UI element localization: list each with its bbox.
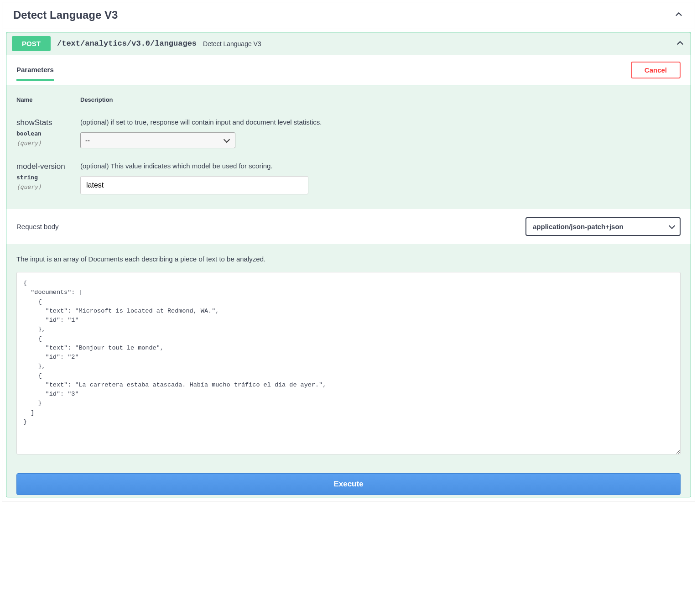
showstats-select[interactable]: -- [80, 132, 235, 148]
http-method-badge: POST [12, 36, 51, 51]
request-body-label: Request body [16, 223, 525, 230]
param-location: (query) [16, 140, 80, 146]
model-version-input[interactable] [80, 176, 308, 194]
param-location: (query) [16, 183, 80, 190]
param-name: showStats [16, 118, 80, 127]
api-section: Detect Language V3 POST /text/analytics/… [2, 2, 695, 501]
section-title: Detect Language V3 [13, 9, 674, 21]
endpoint-collapse-icon[interactable] [675, 38, 685, 50]
parameters-body: Name Description showStats boolean (quer… [6, 85, 691, 209]
param-description: (optional) if set to true, response will… [80, 118, 681, 126]
param-type: boolean [16, 130, 80, 137]
param-type: string [16, 174, 80, 181]
request-body-textarea[interactable] [16, 272, 681, 454]
param-header-row: Name Description [16, 96, 681, 107]
tab-parameters[interactable]: Parameters [16, 66, 54, 81]
section-header[interactable]: Detect Language V3 [2, 2, 695, 28]
param-row-model-version: model-version string (query) (optional) … [16, 157, 681, 204]
endpoint-summary-row[interactable]: POST /text/analytics/v3.0/languages Dete… [6, 32, 691, 55]
endpoint-block: POST /text/analytics/v3.0/languages Dete… [6, 32, 691, 497]
param-name: model-version [16, 162, 80, 171]
parameters-tab-row: Parameters Cancel [6, 55, 691, 85]
collapse-chevron-icon[interactable] [674, 9, 684, 21]
cancel-button[interactable]: Cancel [631, 62, 681, 78]
execute-button[interactable]: Execute [16, 473, 681, 495]
request-body-header: Request body application/json-patch+json [6, 209, 691, 244]
col-header-name: Name [16, 96, 80, 103]
execute-row: Execute [6, 469, 691, 497]
col-header-description: Description [80, 96, 681, 103]
content-type-select[interactable]: application/json-patch+json [525, 217, 681, 236]
request-body-section: The input is an array of Documents each … [6, 244, 691, 469]
endpoint-path: /text/analytics/v3.0/languages [57, 39, 197, 48]
param-description: (optional) This value indicates which mo… [80, 162, 681, 170]
endpoint-summary: Detect Language V3 [203, 40, 669, 47]
param-row-showstats: showStats boolean (query) (optional) if … [16, 114, 681, 157]
request-body-description: The input is an array of Documents each … [16, 255, 681, 263]
